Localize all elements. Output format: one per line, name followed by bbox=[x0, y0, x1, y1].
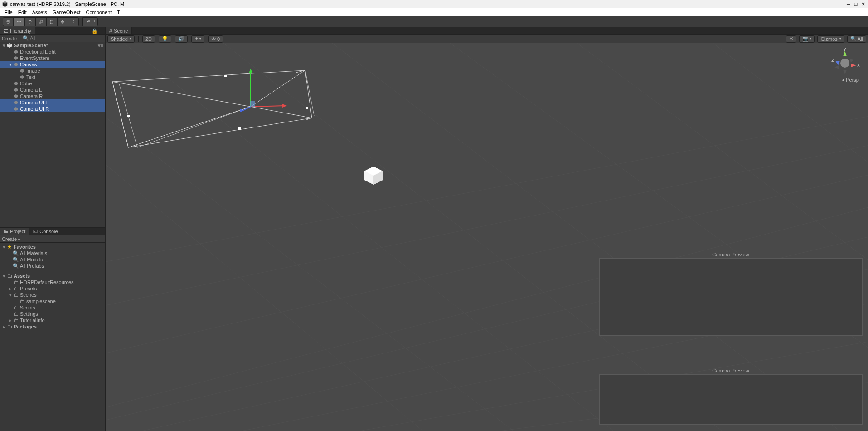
menu-edit[interactable]: Edit bbox=[15, 10, 29, 15]
window-maximize-button[interactable]: □ bbox=[853, 1, 859, 7]
menu-file[interactable]: File bbox=[2, 10, 15, 15]
window-minimize-button[interactable]: ─ bbox=[845, 1, 852, 7]
fx-toggle[interactable]: ✦▾ bbox=[191, 35, 204, 43]
hierarchy-subbar: Create ▾ 🔍All bbox=[0, 35, 105, 42]
gizmos-dropdown[interactable]: Gizmos ▾ bbox=[817, 35, 844, 43]
hierarchy-item[interactable]: Image bbox=[0, 68, 105, 74]
scale-tool-button[interactable] bbox=[35, 17, 46, 26]
audio-toggle[interactable]: 🔊 bbox=[175, 35, 188, 43]
hierarchy-item-label: Cube bbox=[19, 81, 32, 86]
assets-header[interactable]: ▾ 🗀 Assets bbox=[0, 273, 105, 279]
svg-rect-4 bbox=[50, 20, 53, 23]
scene-tab[interactable]: # Scene bbox=[106, 27, 132, 34]
menu-component[interactable]: Component bbox=[83, 10, 114, 15]
rect-tool-button[interactable] bbox=[46, 17, 57, 26]
rotate-tool-button[interactable] bbox=[24, 17, 35, 26]
asset-folder[interactable]: ▾🗀Scenes bbox=[0, 292, 105, 298]
scene-row-menu[interactable]: ▾≡ bbox=[98, 43, 105, 49]
packages-header[interactable]: ▸ 🗀 Packages bbox=[0, 323, 105, 330]
expand-arrow-icon[interactable]: ▾ bbox=[8, 292, 13, 298]
gameobject-icon bbox=[13, 107, 19, 111]
search-filter-icon: 🔍 bbox=[13, 250, 19, 256]
project-create-dropdown[interactable]: Create ▾ bbox=[2, 236, 20, 242]
folder-icon: 🗀 bbox=[6, 273, 13, 279]
asset-folder[interactable]: ▸🗀Presets bbox=[0, 285, 105, 292]
svg-rect-15 bbox=[4, 31, 5, 33]
custom-tool-button[interactable] bbox=[68, 17, 79, 26]
expand-arrow-icon[interactable]: ▾ bbox=[2, 273, 6, 279]
asset-folder[interactable]: 🗀HDRPDefaultResources bbox=[0, 279, 105, 285]
scene-tools-button[interactable]: ✕ bbox=[786, 35, 796, 43]
svg-rect-56 bbox=[250, 101, 255, 107]
search-icon[interactable]: 🔍All bbox=[23, 35, 35, 41]
hierarchy-item[interactable]: Cube bbox=[0, 80, 105, 87]
assets-label: Assets bbox=[13, 273, 30, 279]
expand-arrow-icon[interactable]: ▾ bbox=[8, 62, 13, 68]
hierarchy-item[interactable]: Camera L bbox=[0, 87, 105, 93]
hierarchy-icon bbox=[4, 29, 8, 33]
scene-search[interactable]: 🔍All bbox=[847, 35, 866, 43]
favorite-item[interactable]: 🔍All Materials bbox=[0, 250, 105, 256]
scene-camera-button[interactable]: 📷▾ bbox=[799, 35, 815, 43]
lighting-toggle[interactable]: 💡 bbox=[159, 35, 171, 43]
hierarchy-item[interactable]: Camera R bbox=[0, 93, 105, 99]
scene-view[interactable]: # Scene Shaded ▾ 2D 💡 🔊 ✦▾ 👁0 ✕ 📷▾ Gizmo… bbox=[106, 27, 868, 431]
project-tree[interactable]: ▾ ★ Favorites 🔍All Materials🔍All Models🔍… bbox=[0, 243, 105, 431]
asset-folder[interactable]: 🗀Scripts bbox=[0, 304, 105, 311]
transform-tool-button[interactable] bbox=[57, 17, 68, 26]
favorite-item[interactable]: 🔍All Prefabs bbox=[0, 263, 105, 269]
hierarchy-create-dropdown[interactable]: Create ▾ bbox=[2, 36, 20, 41]
svg-rect-48 bbox=[306, 107, 308, 109]
favorites-label: Favorites bbox=[13, 244, 36, 250]
packages-label: Packages bbox=[13, 324, 37, 329]
project-icon bbox=[4, 229, 8, 234]
hierarchy-item[interactable]: Directional Light bbox=[0, 49, 105, 55]
console-tab[interactable]: Console bbox=[29, 228, 62, 235]
asset-folder[interactable]: ▸🗀TutorialInfo bbox=[0, 317, 105, 323]
favorite-label: All Models bbox=[19, 257, 43, 262]
hierarchy-scene-row[interactable]: ▾ SampleScene* ▾≡ bbox=[0, 42, 105, 49]
projection-mode-label[interactable]: ◂ Persp bbox=[842, 77, 859, 83]
hierarchy-panel-options[interactable]: 🔒 ≡ bbox=[89, 27, 105, 34]
hand-tool-button[interactable] bbox=[3, 17, 14, 26]
asset-label: TutorialInfo bbox=[19, 318, 45, 323]
chevron-left-icon: ◂ bbox=[842, 78, 844, 82]
project-tab[interactable]: Project bbox=[0, 228, 29, 235]
expand-arrow-icon[interactable]: ▸ bbox=[8, 318, 13, 323]
expand-arrow-icon[interactable]: ▸ bbox=[2, 324, 6, 330]
svg-marker-67 bbox=[843, 70, 847, 74]
menu-truncated[interactable]: T bbox=[114, 10, 123, 15]
move-tool-button[interactable] bbox=[14, 17, 24, 26]
gameobject-icon bbox=[13, 100, 19, 105]
svg-text:z: z bbox=[831, 57, 834, 63]
hierarchy-tab[interactable]: Hierarchy bbox=[0, 27, 35, 34]
hierarchy-item[interactable]: Text bbox=[0, 74, 105, 80]
expand-arrow-icon[interactable]: ▾ bbox=[2, 43, 6, 49]
shading-mode-dropdown[interactable]: Shaded ▾ bbox=[107, 35, 135, 43]
svg-point-7 bbox=[50, 23, 51, 24]
favorite-label: All Prefabs bbox=[19, 263, 44, 269]
camera-preview-label: Camera Preview bbox=[599, 367, 863, 374]
mode-2d-toggle[interactable]: 2D bbox=[142, 35, 155, 43]
hierarchy-item[interactable]: EventSystem bbox=[0, 55, 105, 61]
search-filter-icon: 🔍 bbox=[13, 263, 19, 269]
hierarchy-item[interactable]: Camera UI L bbox=[0, 99, 105, 106]
orientation-gizmo[interactable]: y x z bbox=[829, 47, 861, 79]
favorites-header[interactable]: ▾ ★ Favorites bbox=[0, 244, 105, 250]
hierarchy-item[interactable]: ▾Canvas bbox=[0, 61, 105, 68]
menu-gameobject[interactable]: GameObject bbox=[50, 10, 83, 15]
hierarchy-tree[interactable]: ▾ SampleScene* ▾≡ Directional LightEvent… bbox=[0, 42, 105, 227]
expand-arrow-icon[interactable]: ▾ bbox=[2, 244, 6, 250]
favorite-item[interactable]: 🔍All Models bbox=[0, 256, 105, 263]
asset-folder[interactable]: 🗀samplescene bbox=[0, 298, 105, 304]
hidden-objects-button[interactable]: 👁0 bbox=[208, 35, 223, 43]
pivot-mode-button[interactable]: P bbox=[82, 17, 98, 26]
asset-folder[interactable]: 🗀Settings bbox=[0, 311, 105, 317]
move-gizmo bbox=[240, 69, 287, 112]
window-title-bar: canvas test (HDRP 2019.2) - SampleScene … bbox=[0, 0, 868, 8]
expand-arrow-icon[interactable]: ▸ bbox=[8, 286, 13, 292]
menu-assets[interactable]: Assets bbox=[29, 10, 50, 15]
hierarchy-item[interactable]: Camera UI R bbox=[0, 106, 105, 112]
menu-bar: File Edit Assets GameObject Component T bbox=[0, 8, 868, 16]
window-close-button[interactable]: ✕ bbox=[860, 1, 866, 7]
